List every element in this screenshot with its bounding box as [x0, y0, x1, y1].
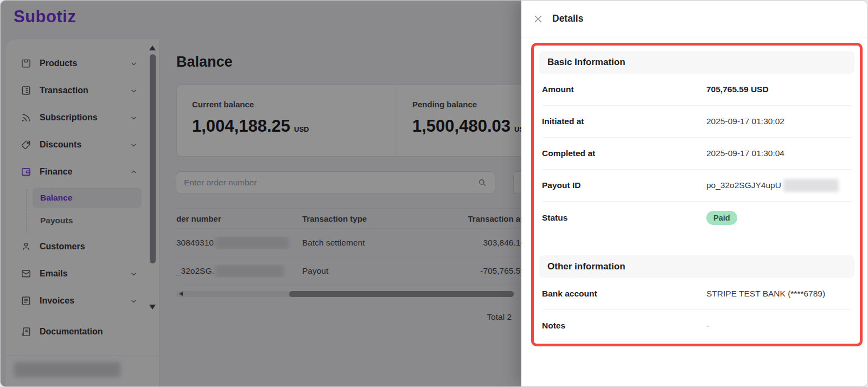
redacted-value — [783, 179, 839, 192]
detail-row-initiated-at: Initiated at 2025-09-17 01:30:02 — [542, 106, 852, 138]
details-panel-header: Details — [521, 1, 867, 37]
initiated-at-value: 2025-09-17 01:30:02 — [706, 117, 784, 126]
bank-account-value: STRIPE TEST BANK (****6789) — [706, 289, 825, 299]
amount-value: 705,765.59 USD — [706, 85, 769, 94]
detail-row-notes: Notes - — [542, 310, 852, 342]
detail-row-amount: Amount 705,765.59 USD — [542, 74, 852, 106]
notes-value: - — [706, 321, 709, 331]
section-heading-basic-information: Basic Information — [539, 51, 854, 74]
status-value: Paid — [706, 211, 737, 225]
details-panel: Details Basic Information Amount 705,765… — [521, 1, 867, 386]
status-badge: Paid — [706, 211, 737, 225]
completed-at-value: 2025-09-17 01:30:04 — [706, 149, 784, 158]
section-heading-other-information: Other information — [539, 255, 854, 278]
payout-id-value: po_32o2SGJY4upU — [706, 179, 839, 192]
other-information-rows: Bank account STRIPE TEST BANK (****6789)… — [534, 278, 860, 342]
basic-information-rows: Amount 705,765.59 USD Initiated at 2025-… — [534, 74, 860, 234]
detail-row-bank-account: Bank account STRIPE TEST BANK (****6789) — [542, 278, 852, 310]
close-icon[interactable] — [532, 13, 544, 25]
section-spacer — [534, 234, 860, 250]
detail-row-completed-at: Completed at 2025-09-17 01:30:04 — [542, 138, 852, 170]
red-annotation-box: Basic Information Amount 705,765.59 USD … — [531, 43, 863, 346]
detail-row-payout-id: Payout ID po_32o2SGJY4upU — [542, 170, 852, 202]
modal-dim-overlay[interactable] — [1, 1, 521, 387]
details-panel-title: Details — [552, 13, 583, 24]
detail-row-status: Status Paid — [542, 202, 852, 234]
app-window: Subotiz Products Transaction — [0, 0, 868, 387]
